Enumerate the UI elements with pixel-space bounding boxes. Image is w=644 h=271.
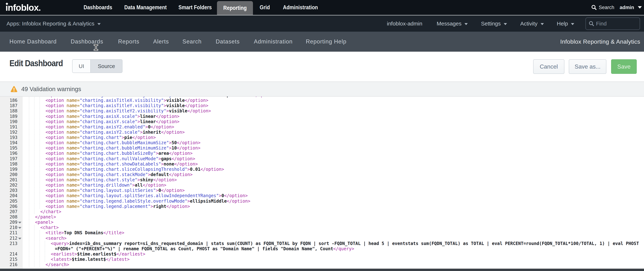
nav-item-reports[interactable]: Reports (118, 32, 140, 52)
indent-guide (29, 214, 29, 220)
indent-guide (34, 177, 34, 183)
code-text: <query>index=ib_dns_summary report=si_dn… (51, 241, 639, 246)
save-as-button[interactable]: Save as... (569, 59, 606, 74)
code-line-wrap: =FQDN+" ("+PERCENT+"%)" | rename FQDN_TO… (0, 246, 644, 251)
user-menu[interactable]: admin (620, 0, 634, 15)
infoblox-logo[interactable]: ınfoblox (6, 2, 40, 13)
nav-item-home-dashboard[interactable]: Home Dashboard (10, 32, 57, 52)
code-line-190: 190<option name="charting.axisY.scale">l… (0, 119, 644, 124)
code-line-206: 206<option name="charting.legend.placeme… (0, 204, 644, 209)
fold-caret-icon[interactable] (18, 238, 22, 239)
indent-guide (34, 156, 34, 161)
code-line-195: 195<option name="charting.chart.bubbleMi… (0, 145, 644, 151)
code-text: <option name="charting.axisLabelsX.major… (46, 97, 277, 98)
fold-caret-icon[interactable] (18, 227, 22, 229)
appsbar-item-infoblox-admin[interactable]: infoblox-admin (387, 16, 422, 32)
indent-guide (29, 135, 29, 140)
source-code-editor[interactable]: 185<option name="charting.axisLabelsX.ma… (0, 97, 644, 269)
indent-guide (29, 130, 29, 135)
top-menu-grid[interactable]: Grid (260, 0, 270, 15)
nav-item-datasets[interactable]: Datasets (216, 32, 240, 52)
indent-guide (29, 114, 29, 119)
fold-caret-icon[interactable] (18, 222, 22, 223)
line-number: 195 (0, 145, 18, 151)
indent-guide (29, 145, 29, 151)
user-caret-icon[interactable] (638, 6, 642, 9)
code-text: <latest>$time.latest$</latest> (51, 257, 130, 262)
code-text: <option name="charting.axisY2.enabled">0… (46, 124, 174, 130)
code-line-188: 188<option name="charting.axisTitleY2.vi… (0, 108, 644, 114)
indent-guide (29, 262, 29, 267)
indent-guide (29, 161, 29, 167)
appsbar-item-activity[interactable]: Activity (520, 16, 544, 32)
code-line-205: 205<option name="charting.legend.labelSt… (0, 199, 644, 204)
ui-mode-button[interactable]: UI (72, 60, 91, 73)
line-number: 186 (0, 98, 18, 103)
cancel-button[interactable]: Cancel (533, 59, 564, 74)
indent-guide (40, 130, 40, 135)
apps-caret-icon (98, 23, 101, 25)
code-text: <option name="charting.chart.showDataLab… (46, 161, 198, 167)
line-number: 190 (0, 119, 18, 124)
indent-guide (34, 114, 34, 119)
indent-guide (40, 114, 40, 119)
find-placeholder: Find (596, 18, 606, 30)
code-line-209: 209<panel> (0, 220, 644, 225)
save-button[interactable]: Save (611, 59, 637, 74)
indent-guide (29, 108, 29, 114)
indent-guide (40, 188, 40, 193)
code-line-211: 211<title>Top DNS Domains</title> (0, 230, 644, 235)
text-cursor-pointer (93, 44, 99, 51)
code-line-201: 201<option name="charting.chart.style">s… (0, 177, 644, 183)
indent-guide (29, 236, 29, 241)
find-input[interactable]: Find (586, 18, 640, 30)
code-line-202: 202<option name="charting.drilldown">all… (0, 183, 644, 188)
source-mode-button[interactable]: Source (91, 60, 122, 73)
line-number: 203 (0, 188, 18, 193)
line-number: 194 (0, 140, 18, 145)
code-text: =FQDN+" ("+PERCENT+"%)" | rename FQDN_TO… (55, 246, 354, 251)
code-text: <option name="charting.chart.style">shin… (46, 177, 177, 183)
indent-guide (29, 188, 29, 193)
indent-guide (40, 151, 40, 156)
top-menu-administration[interactable]: Administration (283, 0, 318, 15)
indent-guide (40, 177, 40, 183)
code-line-192: 192<option name="charting.axisY2.scale">… (0, 130, 644, 135)
line-number: 209 (0, 220, 18, 225)
top-menu-smart-folders[interactable]: Smart Folders (178, 0, 212, 15)
code-text: <option name="charting.axisX.scale">line… (46, 114, 180, 119)
indent-guide (34, 108, 34, 114)
indent-guide (34, 199, 34, 204)
apps-dropdown[interactable]: Apps: Infoblox Reporting & Analytics (6, 16, 101, 32)
indent-guide (40, 140, 40, 145)
code-line-214: 214<earliest>$time.earliest$</earliest> (0, 251, 644, 257)
code-text: <option name="charting.chart.nullValueMo… (46, 156, 195, 161)
indent-guide (29, 124, 29, 130)
nav-item-alerts[interactable]: Alerts (153, 32, 169, 52)
indent-guide (40, 119, 40, 124)
code-text: <earliest>$time.earliest$</earliest> (51, 251, 145, 257)
top-menu-data-management[interactable]: Data Management (124, 0, 167, 15)
code-text: <option name="charting.chart.stackMode">… (46, 172, 192, 177)
indent-guide (29, 251, 29, 257)
indent-guide (29, 167, 29, 172)
validation-warning-bar[interactable]: 49 Validation warnings (0, 82, 644, 97)
appsbar-item-help[interactable]: Help (557, 16, 574, 32)
line-number: 202 (0, 183, 18, 188)
code-text: <option name="charting.axisTitleX.visibi… (46, 98, 208, 103)
appsbar-item-settings[interactable]: Settings (481, 16, 507, 32)
indent-guide (40, 230, 40, 235)
indent-guide (34, 204, 34, 209)
top-menu-dashboards[interactable]: Dashboards (84, 0, 112, 15)
nav-item-search[interactable]: Search (182, 32, 202, 52)
appsbar-item-messages[interactable]: Messages (437, 16, 468, 32)
apps-bar: Apps: Infoblox Reporting & Analytics inf… (0, 16, 644, 32)
line-number: 197 (0, 156, 18, 161)
nav-item-reporting-help[interactable]: Reporting Help (306, 32, 346, 52)
edit-toolbar: Edit Dashboard UI Source Cancel Save as.… (0, 52, 644, 82)
line-number: 212 (0, 236, 18, 241)
indent-guide (29, 246, 29, 251)
nav-item-administration[interactable]: Administration (254, 32, 292, 52)
top-menu-reporting[interactable]: Reporting (217, 1, 253, 15)
global-search-link[interactable]: Search (599, 0, 614, 15)
